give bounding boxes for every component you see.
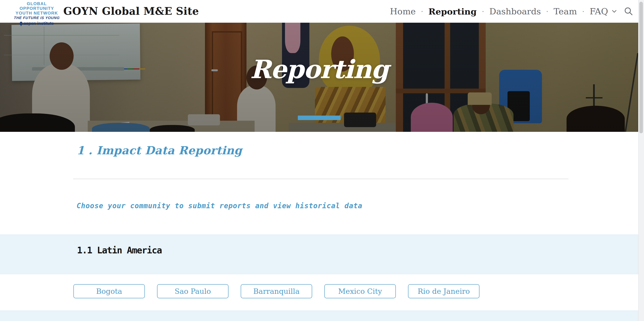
nav-separator: · [421,7,423,16]
nav-separator: · [582,7,584,16]
logo-tagline: THE FUTURE IS YOUNG [12,16,62,20]
search-button[interactable] [623,6,634,17]
impact-data-section: 1 . Impact Data Reporting Choose your co… [0,132,638,234]
page-content: GLOBAL OPPORTUNITY YOUTH NETWORK THE FUT… [0,0,638,321]
community-button-rio-de-janeiro[interactable]: Rio de Janeiro [408,284,480,298]
hero-banner: Reporting [0,23,638,132]
hero-underline [298,116,340,120]
hero-title: Reporting [0,54,638,84]
impact-section-subtitle: Choose your community to submit reports … [76,202,362,210]
site-logo[interactable]: GLOBAL OPPORTUNITY YOUTH NETWORK THE FUT… [12,1,62,26]
aspen-leaf-icon [20,22,22,25]
nav-item-dashboards[interactable]: Dashboards [489,6,541,16]
logo-org-text: aspen institute [24,20,54,26]
chevron-down-icon[interactable] [610,8,618,15]
community-button-barranquilla[interactable]: Barranquilla [241,284,312,298]
nav-item-faq[interactable]: FAQ [590,6,608,16]
page: GLOBAL OPPORTUNITY YOUTH NETWORK THE FUT… [0,0,644,321]
logo-org: aspen institute [12,20,62,26]
latin-america-band: 1.1 Latin America [0,234,638,274]
community-button-bogota[interactable]: Bogota [74,284,145,298]
impact-section-heading: 1 . Impact Data Reporting [76,144,242,157]
logo-line1: GLOBAL OPPORTUNITY [12,1,62,11]
bottom-band [0,310,638,321]
community-button-mexico-city[interactable]: Mexico City [324,284,396,298]
site-header: GLOBAL OPPORTUNITY YOUTH NETWORK THE FUT… [0,0,638,23]
search-icon [624,6,633,16]
main-nav: Home · Reporting · Dashboards · Team · F… [390,0,618,23]
nav-item-reporting[interactable]: Reporting [428,6,477,16]
site-title[interactable]: GOYN Global M&E Site [63,5,199,17]
latin-america-heading: 1.1 Latin America [77,245,162,256]
logo-line2: YOUTH NETWORK [12,11,62,16]
community-button-sao-paulo[interactable]: Sao Paulo [157,284,228,298]
nav-item-team[interactable]: Team [554,6,577,16]
community-buttons-row: Bogota Sao Paulo Barranquilla Mexico Cit… [74,284,480,298]
scrollbar-thumb[interactable] [639,2,643,133]
section-divider [73,179,568,179]
scrollbar-track[interactable] [638,0,644,321]
nav-separator: · [546,7,548,16]
community-buttons-section: Bogota Sao Paulo Barranquilla Mexico Cit… [0,274,638,310]
nav-separator: · [482,7,484,16]
nav-item-home[interactable]: Home [390,6,416,16]
